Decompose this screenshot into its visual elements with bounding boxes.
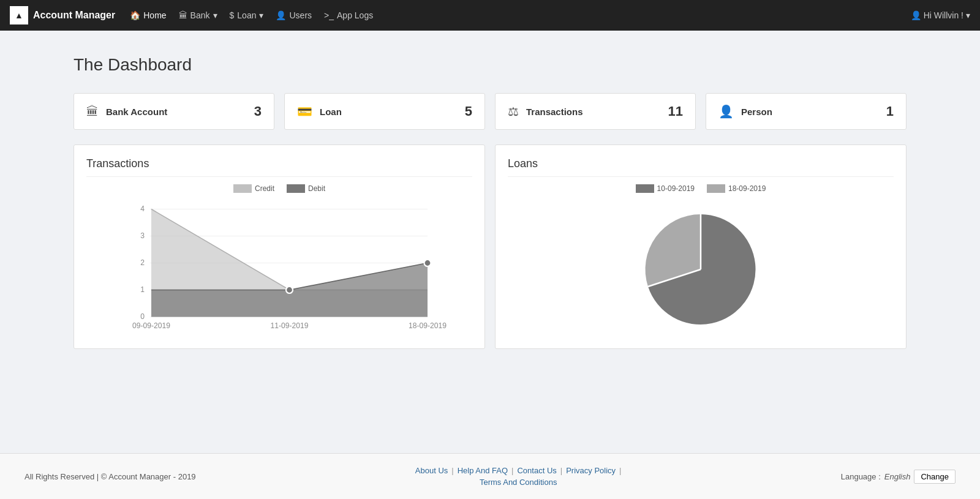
change-language-button[interactable]: Change bbox=[914, 470, 956, 484]
footer-links-row2: Terms And Conditions bbox=[480, 478, 557, 487]
loan-dropdown-icon: ▾ bbox=[259, 10, 263, 20]
transactions-stat-value: 11 bbox=[668, 103, 683, 119]
loan-date1-legend-label: 10-09-2019 bbox=[657, 184, 695, 193]
nav-bank-label: Bank bbox=[190, 10, 210, 20]
svg-text:3: 3 bbox=[140, 231, 145, 240]
loan-stat-value: 5 bbox=[465, 103, 472, 119]
svg-text:4: 4 bbox=[140, 204, 145, 213]
svg-text:09-09-2019: 09-09-2019 bbox=[132, 321, 170, 330]
brand-icon: ▲ bbox=[10, 6, 28, 24]
brand-label: Account Manager bbox=[33, 10, 115, 21]
bank-account-label: Bank Account bbox=[106, 107, 167, 117]
stat-card-transactions[interactable]: ⚖ Transactions 11 bbox=[495, 93, 696, 130]
user-dropdown-icon: ▾ bbox=[966, 10, 970, 20]
loan-date2-legend: 18-09-2019 bbox=[707, 184, 766, 193]
nav-links: 🏠 Home 🏛 Bank ▾ $ Loan ▾ bbox=[130, 10, 373, 20]
users-icon: 👤 bbox=[276, 10, 286, 20]
debit-legend-box bbox=[287, 184, 305, 193]
loans-chart-card: Loans 10-09-2019 18-09-2019 bbox=[495, 144, 907, 349]
nav-item-applogs[interactable]: >_ App Logs bbox=[324, 10, 373, 20]
nav-users-label: Users bbox=[289, 10, 312, 20]
nav-item-users[interactable]: 👤 Users bbox=[276, 10, 312, 20]
loan-stat-icon: 💳 bbox=[297, 104, 312, 119]
svg-text:11-09-2019: 11-09-2019 bbox=[271, 321, 309, 330]
nav-applogs-label: App Logs bbox=[337, 10, 373, 20]
user-greeting: Hi Willvin ! bbox=[924, 10, 963, 20]
svg-text:0: 0 bbox=[140, 312, 145, 321]
loan-date1-legend: 10-09-2019 bbox=[636, 184, 695, 193]
user-icon: 👤 bbox=[911, 10, 921, 20]
footer-links: About Us | Help And FAQ | Contact Us | P… bbox=[415, 466, 622, 487]
svg-text:2: 2 bbox=[140, 258, 145, 267]
person-stat-label: Person bbox=[741, 107, 772, 117]
debit-dot-end bbox=[424, 260, 431, 266]
nav-loan-label: Loan bbox=[237, 10, 256, 20]
stat-card-loan[interactable]: 💳 Loan 5 bbox=[284, 93, 485, 130]
bank-account-icon: 🏛 bbox=[86, 105, 99, 119]
transactions-chart-title: Transactions bbox=[86, 157, 472, 177]
transactions-svg: 4 3 2 1 0 bbox=[86, 199, 472, 334]
loans-chart-title: Loans bbox=[508, 157, 894, 177]
loan-stat-label: Loan bbox=[320, 107, 342, 117]
transactions-chart-legend: Credit Debit bbox=[86, 184, 472, 193]
bank-icon: 🏛 bbox=[179, 10, 187, 20]
nav-item-bank[interactable]: 🏛 Bank ▾ bbox=[179, 10, 217, 20]
language-value: English bbox=[884, 472, 911, 481]
loan-date2-legend-box bbox=[707, 184, 725, 193]
terms-link[interactable]: Terms And Conditions bbox=[480, 478, 557, 487]
navbar: ▲ Account Manager 🏠 Home 🏛 Bank ▾ $ bbox=[0, 0, 980, 31]
debit-dot-mid bbox=[286, 287, 293, 293]
nav-item-loan[interactable]: $ Loan ▾ bbox=[230, 10, 264, 20]
transactions-stat-label: Transactions bbox=[526, 107, 583, 117]
stat-card-person[interactable]: 👤 Person 1 bbox=[706, 93, 907, 130]
contact-us-link[interactable]: Contact Us bbox=[517, 466, 556, 475]
loan-icon: $ bbox=[230, 10, 235, 20]
footer-links-row1: About Us | Help And FAQ | Contact Us | P… bbox=[415, 466, 622, 475]
user-menu[interactable]: 👤 Hi Willvin ! ▾ bbox=[911, 10, 970, 20]
bank-dropdown-icon: ▾ bbox=[213, 10, 217, 20]
svg-text:18-09-2019: 18-09-2019 bbox=[409, 321, 447, 330]
loan-date1-legend-box bbox=[636, 184, 654, 193]
transactions-chart-card: Transactions Credit Debit 4 3 2 1 0 bbox=[74, 144, 485, 349]
privacy-policy-link[interactable]: Privacy Policy bbox=[566, 466, 616, 475]
credit-legend: Credit bbox=[233, 184, 274, 193]
bank-account-value: 3 bbox=[254, 103, 262, 119]
debit-legend-label: Debit bbox=[308, 184, 325, 193]
nav-home-label: Home bbox=[143, 10, 166, 20]
nav-brand[interactable]: ▲ Account Manager bbox=[10, 6, 115, 24]
home-icon: 🏠 bbox=[130, 10, 140, 20]
loans-svg bbox=[508, 199, 894, 334]
main-content: The Dashboard 🏛 Bank Account 3 💳 Loan 5 … bbox=[0, 31, 980, 453]
about-us-link[interactable]: About Us bbox=[415, 466, 448, 475]
page-title: The Dashboard bbox=[74, 55, 907, 75]
credit-legend-label: Credit bbox=[255, 184, 274, 193]
nav-item-home[interactable]: 🏠 Home bbox=[130, 10, 166, 20]
footer-copyright: All Rights Reserved | © Account Manager … bbox=[24, 472, 196, 481]
debit-legend: Debit bbox=[287, 184, 325, 193]
transactions-stat-icon: ⚖ bbox=[508, 104, 519, 119]
loan-date2-legend-label: 18-09-2019 bbox=[728, 184, 766, 193]
loans-chart-legend: 10-09-2019 18-09-2019 bbox=[508, 184, 894, 193]
footer-language: Language : English Change bbox=[841, 470, 956, 484]
credit-legend-box bbox=[233, 184, 252, 193]
svg-text:1: 1 bbox=[140, 285, 145, 294]
footer: All Rights Reserved | © Account Manager … bbox=[0, 453, 980, 499]
help-faq-link[interactable]: Help And FAQ bbox=[458, 466, 508, 475]
applogs-icon: >_ bbox=[324, 10, 334, 20]
person-stat-value: 1 bbox=[886, 103, 894, 119]
language-label: Language : bbox=[841, 472, 881, 481]
person-stat-icon: 👤 bbox=[718, 104, 734, 119]
stat-cards: 🏛 Bank Account 3 💳 Loan 5 ⚖ Transactions… bbox=[74, 93, 907, 130]
charts-row: Transactions Credit Debit 4 3 2 1 0 bbox=[74, 144, 907, 349]
stat-card-bank-account[interactable]: 🏛 Bank Account 3 bbox=[74, 93, 274, 130]
